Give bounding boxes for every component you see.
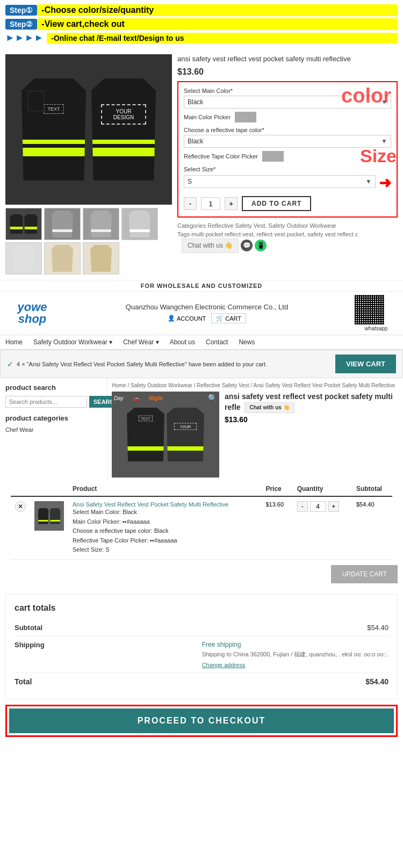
wholesale-banner: FOR WHOLESALE AND CUSTOMIZED — [0, 280, 403, 291]
col-product: Product — [68, 482, 261, 496]
shop-main: product search SEARCH product categories… — [0, 378, 403, 482]
nav-news[interactable]: News — [239, 338, 255, 346]
size-select[interactable]: S ▼ — [184, 175, 376, 188]
account-cart-row: 👤 ACCOUNT 🛒 CART — [59, 313, 355, 323]
categories-title: product categories — [5, 414, 102, 422]
cart-section: Product Price Quantity Subtotal ✕ — [0, 482, 403, 560]
whatsapp-label: whatsapp — [355, 326, 398, 331]
thumb-3[interactable] — [83, 208, 119, 240]
detail-chat-badge[interactable]: Chat with us 👋 — [244, 402, 294, 413]
detail-color-picker: Main Color Picker: ▪▪#aaaaaa — [73, 517, 257, 527]
nav-contact[interactable]: Contact — [206, 338, 228, 346]
thumb-2[interactable] — [44, 208, 81, 240]
zoom-icon[interactable]: 🔍 — [208, 394, 217, 402]
thumb-4[interactable] — [121, 208, 158, 240]
chat-with-us-area: Chat with us 👋 💬 📱 — [182, 238, 267, 253]
reflective-tape-select[interactable]: Black ▼ — [184, 135, 391, 148]
qty-plus-btn[interactable]: + — [225, 197, 238, 210]
qty-input[interactable] — [201, 197, 220, 210]
subtotal-label: Subtotal — [15, 624, 42, 632]
chat-with-us-btn[interactable]: Chat with us 👋 — [182, 238, 239, 253]
step2-text: -View cart,check out — [37, 18, 398, 30]
qty-increase-btn[interactable]: + — [328, 501, 339, 512]
arrows-icon: ►►►► — [5, 32, 44, 44]
detail-vest-right: YOUR — [167, 408, 204, 461]
price-cell: $13.60 — [261, 496, 292, 559]
cart-item-image — [34, 501, 64, 531]
ship-detail: Shipping to China 362000, Fujian / 福建, q… — [202, 650, 388, 659]
notification-content: ✓ 4 × "Ansi Safety Vest Reflect Vest Poc… — [7, 360, 267, 368]
qty-decrease-btn[interactable]: - — [297, 501, 308, 512]
day-text: Day — [114, 395, 124, 401]
nav-chef[interactable]: Chef Wear ▾ — [123, 338, 159, 346]
subtotal-cell: $54.40 — [352, 496, 392, 559]
store-header: yowe shop Quanzhou Wangchen Electronic C… — [0, 291, 403, 335]
checkout-btn[interactable]: PROCEED TO CHECKOUT — [9, 708, 394, 733]
whatsapp-icon[interactable]: 📱 — [255, 240, 267, 251]
cart-label: CART — [225, 315, 241, 322]
free-shipping: Free shipping — [202, 641, 388, 648]
nav-safety[interactable]: Safety Outdoor Workwear ▾ — [33, 338, 112, 346]
main-color-swatch[interactable] — [235, 112, 256, 122]
dropdown-arrow: ▼ — [381, 98, 387, 106]
product-detail-info: ansi safety vest reflect vest pocket saf… — [225, 392, 399, 478]
nav-bar: Home Safety Outdoor Workwear ▾ Chef Wear… — [0, 335, 403, 350]
cart-btn[interactable]: 🛒 CART — [211, 313, 246, 323]
add-to-cart-btn[interactable]: ADD TO CART — [242, 196, 311, 211]
main-color-select[interactable]: Black ▼ — [184, 96, 391, 108]
reflective-tape-picker-row: Reflective Tape Color Picker Size — [184, 151, 391, 162]
total-label: Total — [15, 677, 32, 686]
cart-item-name-link[interactable]: Ansi Safety Vest Reflect Vest Pocket Saf… — [73, 501, 228, 508]
thumb-6[interactable] — [44, 242, 81, 274]
detail-main-color: Select Main Color: Black — [73, 508, 257, 517]
store-logo: yowe shop — [5, 301, 59, 325]
thumbnail-grid — [5, 208, 172, 274]
cart-table-row: ✕ Ansi Safet — [11, 496, 392, 559]
sidebar: product search SEARCH product categories… — [0, 378, 107, 482]
arrows-text: -Online chat /E-mail text/Design to us — [47, 33, 398, 44]
step2-row: Step② -View cart,check out — [5, 18, 398, 30]
change-address-link[interactable]: Change address — [202, 662, 388, 668]
col-subtotal: Subtotal — [352, 482, 392, 496]
thumb-7[interactable] — [83, 242, 119, 274]
reflective-tape-label: Choose a reflective tape color* — [184, 127, 391, 133]
main-color-picker-row: Main Color Picker — [184, 112, 391, 122]
total-value: $54.40 — [365, 677, 388, 686]
search-row: SEARCH — [5, 396, 102, 408]
subtotal-value: $54.40 — [367, 624, 388, 632]
update-cart-btn[interactable]: UPDATE CART — [331, 565, 398, 583]
qty-cart-input[interactable] — [310, 501, 326, 512]
breadcrumb: Home / Safety Outdoor Workwear / Reflect… — [112, 382, 399, 388]
remove-item-btn[interactable]: ✕ — [15, 501, 26, 512]
detail-vest-left: TEXT — [127, 408, 164, 461]
subtotal-row: Subtotal $54.40 — [15, 619, 388, 636]
nav-home[interactable]: Home — [5, 338, 23, 346]
product-info-right: ansi safety vest reflect vest pocket saf… — [177, 54, 398, 274]
product-options-box: color Select Main Color* Black ▼ Main Co… — [177, 81, 398, 218]
step-banners: Step① -Choose color/size/quantity Step② … — [0, 0, 403, 49]
vest-images-container: TEXT YOURDESIGN — [21, 78, 156, 180]
cart-totals-title: cart totals — [15, 603, 388, 613]
account-btn[interactable]: 👤 ACCOUNT — [168, 315, 206, 322]
img-cell — [30, 496, 68, 559]
day-label: Day —🚗— Night — [114, 394, 163, 402]
search-input[interactable] — [5, 396, 87, 408]
dropdown-arrow2: ▼ — [381, 138, 387, 145]
separator: —🚗— — [127, 395, 145, 401]
shipping-details: Free shipping Shipping to China 362000, … — [202, 641, 388, 668]
qty-minus-btn[interactable]: - — [184, 197, 197, 210]
reflective-tape-swatch[interactable] — [262, 151, 284, 162]
thumb-5[interactable] — [5, 242, 42, 274]
main-color-value: Black — [188, 98, 203, 106]
nav-about[interactable]: About us — [170, 338, 195, 346]
product-detail-area: Home / Safety Outdoor Workwear / Reflect… — [107, 378, 403, 482]
store-center: Quanzhou Wangchen Electronic Commerce Co… — [59, 303, 355, 323]
view-cart-btn[interactable]: VIEW CART — [335, 355, 396, 373]
cart-notification: ✓ 4 × "Ansi Safety Vest Reflect Vest Poc… — [0, 350, 403, 378]
col-remove — [11, 482, 30, 496]
thumb-1[interactable] — [5, 208, 42, 240]
category-chef-wear[interactable]: Chef Wear — [5, 425, 102, 434]
product-title: ansi safety vest reflect vest pocket saf… — [177, 54, 398, 64]
logo-line1: yowe — [17, 301, 47, 313]
chat-icon[interactable]: 💬 — [241, 240, 253, 251]
